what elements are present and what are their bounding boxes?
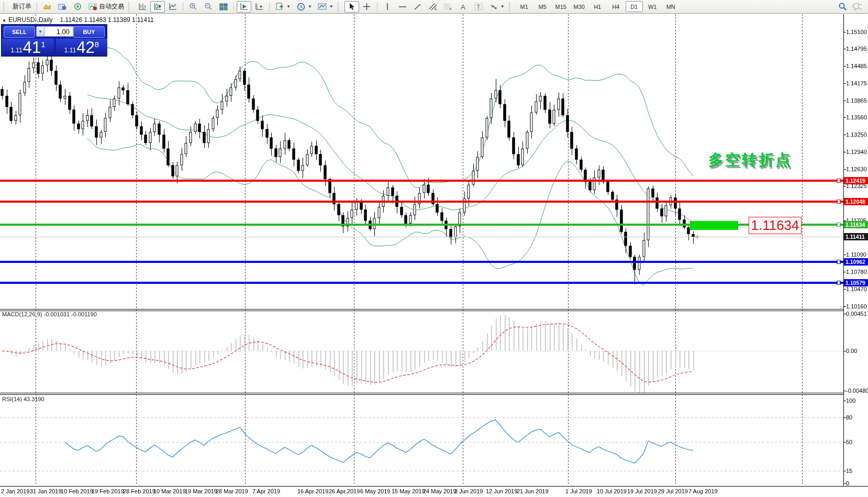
symbol-period-label: EURUSD-,Daily xyxy=(8,16,53,24)
sell-price-display[interactable]: 1.11 41 1 xyxy=(2,39,54,56)
macd-axis-tick: 0.004517 xyxy=(846,311,868,317)
toolbar-grip[interactable] xyxy=(3,2,7,12)
zoom-in-button[interactable] xyxy=(186,1,201,13)
price-axis-tick: 1.10470 xyxy=(846,286,867,292)
text-label-button[interactable]: T xyxy=(471,1,486,13)
fibonacci-icon: F xyxy=(443,3,453,11)
chevron-down-icon[interactable]: ▼ xyxy=(500,4,505,9)
mt4-window: { "toolbar": { "new_order_label": "新订单",… xyxy=(0,0,868,497)
date-axis-label: 29 Jul 2019 xyxy=(658,488,688,494)
macd-values: -0.001031 -0.001190 xyxy=(43,311,96,317)
timeframe-button-m15[interactable]: M15 xyxy=(552,1,570,12)
fibonacci-button[interactable]: F xyxy=(441,1,455,13)
collapse-triangle-icon[interactable]: ▲ xyxy=(2,18,6,23)
price-axis-tick: 1.15100 xyxy=(846,29,867,35)
tile-windows-button[interactable] xyxy=(216,1,231,13)
new-chart-button[interactable]: ▼ xyxy=(272,1,293,13)
bar-chart-icon xyxy=(138,3,147,11)
sell-price-big: 41 xyxy=(23,40,41,56)
rsi-axis-tick: 0 xyxy=(846,480,849,487)
search-icon[interactable] xyxy=(838,3,847,11)
price-axis-tick: 1.11090 xyxy=(846,251,866,258)
price-line-label: 1.12419 xyxy=(844,177,868,184)
timeframe-button-w1[interactable]: W1 xyxy=(644,1,661,12)
date-axis-label: 12 Jun 2019 xyxy=(486,488,518,494)
channel-button[interactable]: E xyxy=(426,1,440,13)
cursor-button[interactable] xyxy=(344,1,359,13)
timeframe-button-d1[interactable]: D1 xyxy=(626,1,643,12)
buy-button[interactable]: BUY xyxy=(73,26,105,38)
cursor-icon xyxy=(347,3,357,11)
zoom-out-icon xyxy=(204,3,213,11)
new-order-button[interactable]: 新订单 xyxy=(10,1,34,13)
periods-icon xyxy=(296,3,306,11)
price-axis-tick: 1.12630 xyxy=(846,166,867,172)
macd-indicator-header: MACD(12,26,9) -0.001031 -0.001190 xyxy=(2,311,97,317)
toolbar-grip[interactable] xyxy=(509,2,513,12)
svg-text:T: T xyxy=(476,4,480,10)
chat-icon[interactable] xyxy=(852,3,862,11)
date-axis-label: 3 Jun 2019 xyxy=(454,488,483,494)
svg-text:F: F xyxy=(450,7,452,10)
buy-price-display[interactable]: 1.11 42 8 xyxy=(56,39,107,56)
main-toolbar: 新订单 自动交易 ▼ ▼ ▼ xyxy=(0,0,868,14)
trendline-button[interactable] xyxy=(410,1,425,13)
volume-decrease-button[interactable]: ▼ xyxy=(36,26,44,37)
zoom-out-button[interactable] xyxy=(201,1,216,13)
profiles-button[interactable] xyxy=(40,1,54,13)
price-axis-tick: 1.13865 xyxy=(846,97,867,104)
price-line-label: 1.11634 xyxy=(844,221,868,228)
vertical-line-button[interactable] xyxy=(380,1,395,13)
bar-chart-button[interactable] xyxy=(135,1,150,13)
toolbar-separator xyxy=(37,2,37,12)
date-axis-label: 1 Jul 2019 xyxy=(565,488,592,494)
date-axis-label: 19 Mar 2019 xyxy=(185,488,217,494)
timeframe-button-h1[interactable]: H1 xyxy=(589,1,606,12)
timeframe-button-m30[interactable]: M30 xyxy=(571,1,588,12)
chevron-down-icon[interactable]: ▼ xyxy=(286,4,291,9)
templates-button[interactable]: ▼ xyxy=(315,1,336,13)
date-axis-label: 15 May 2019 xyxy=(392,488,425,494)
price-line-label: 1.10579 xyxy=(844,279,868,286)
toolbar-grip[interactable] xyxy=(128,2,132,12)
date-axis-label: 19 Feb 2019 xyxy=(92,488,124,494)
timeframe-button-m5[interactable]: M5 xyxy=(534,1,551,12)
chart-shift-button[interactable] xyxy=(252,1,266,13)
rsi-axis-tick: 100 xyxy=(846,397,855,404)
date-axis-label: 21 Jun 2019 xyxy=(517,488,549,494)
trendline-icon xyxy=(413,3,422,11)
volume-input[interactable] xyxy=(44,26,73,37)
horizontal-line-button[interactable] xyxy=(395,1,410,13)
price-axis-tick: 1.14175 xyxy=(846,80,867,86)
timeframe-button-h4[interactable]: H4 xyxy=(607,1,625,12)
toolbar-grip[interactable] xyxy=(338,2,342,12)
price-axis-tick: 1.12940 xyxy=(846,149,867,155)
chart-canvas[interactable] xyxy=(0,0,868,497)
navigator-button[interactable] xyxy=(70,1,85,13)
rsi-label: RSI(14) xyxy=(2,396,22,402)
price-flag-label[interactable]: 1.11634 xyxy=(749,217,802,234)
chart-annotation-text: 多空转折点 xyxy=(708,150,792,171)
arrows-icon xyxy=(489,3,498,11)
rsi-axis-tick: 15 xyxy=(846,468,852,474)
periods-button[interactable]: ▼ xyxy=(294,1,315,13)
chevron-down-icon[interactable]: ▼ xyxy=(329,4,333,9)
date-axis-label: 28 Feb 2019 xyxy=(123,488,155,494)
market-watch-button[interactable] xyxy=(55,1,70,13)
timeframe-button-mn[interactable]: MN xyxy=(662,1,680,12)
chevron-down-icon: ▼ xyxy=(38,29,42,34)
sell-button[interactable]: SELL xyxy=(4,26,35,38)
horizontal-line-icon xyxy=(398,3,407,11)
candle-chart-button[interactable] xyxy=(150,1,165,13)
chevron-down-icon[interactable]: ▼ xyxy=(308,4,312,9)
timeframe-button-m1[interactable]: M1 xyxy=(516,1,533,12)
text-button[interactable]: A xyxy=(456,1,471,13)
line-chart-button[interactable] xyxy=(165,1,180,13)
arrows-button[interactable]: ▼ xyxy=(486,1,507,13)
buy-price-prefix: 1.11 xyxy=(64,47,76,54)
sell-price-pip: 1 xyxy=(41,40,45,49)
crosshair-button[interactable] xyxy=(360,1,374,13)
auto-trading-button[interactable]: 自动交易 xyxy=(85,1,127,13)
auto-scroll-button[interactable] xyxy=(237,1,251,13)
ohlc-values: 1.11426 1.11463 1.11389 1.11411 xyxy=(60,16,154,24)
